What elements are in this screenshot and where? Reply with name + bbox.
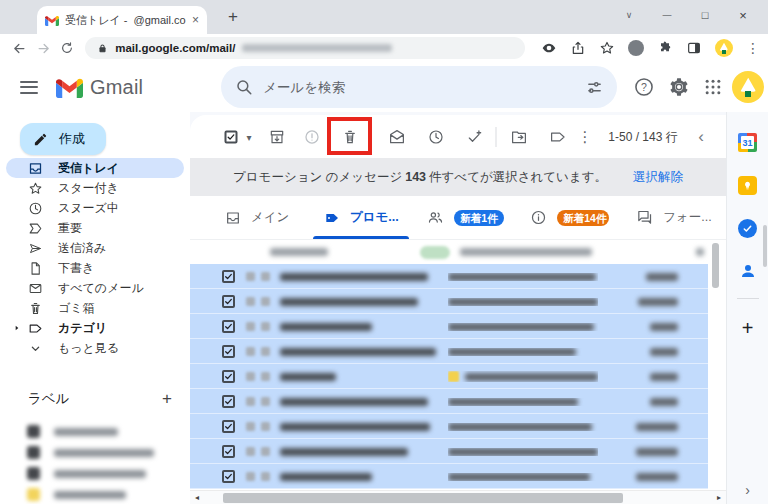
select-all-checkbox[interactable] (225, 130, 238, 143)
clock-icon (28, 201, 43, 216)
browser-tab[interactable]: 受信トレイ - @gmail.com × (37, 6, 207, 34)
row-checkbox[interactable] (222, 295, 235, 308)
tab-forums[interactable]: フォー... (622, 196, 726, 239)
tab-promotions[interactable]: プロモ... (309, 196, 413, 239)
label-item[interactable] (0, 463, 190, 484)
email-row[interactable] (190, 264, 708, 289)
mark-unread-button[interactable] (389, 128, 406, 145)
sidebar-item-drafts[interactable]: 下書き (0, 258, 182, 278)
blurred-ad-sender (270, 248, 328, 256)
browser-menu-icon[interactable]: ⋮ (746, 40, 760, 56)
labels-button[interactable] (550, 128, 567, 145)
clear-selection-link[interactable]: 選択解除 (633, 169, 683, 186)
horizontal-scrollbar[interactable]: ◂ ▸ (190, 490, 726, 504)
add-label-button[interactable]: + (162, 389, 172, 409)
search-options-icon[interactable] (586, 79, 603, 96)
sidebar-item-starred[interactable]: スター付き (0, 178, 182, 198)
new-tab-button[interactable]: + (221, 5, 245, 29)
vertical-scrollbar-thumb[interactable] (712, 243, 719, 288)
collapse-panel-icon[interactable]: › (745, 482, 750, 498)
row-checkbox[interactable] (222, 420, 235, 433)
sidebar-item-snoozed[interactable]: スヌーズ中 (0, 198, 182, 218)
row-checkbox[interactable] (222, 470, 235, 483)
search-input[interactable] (263, 80, 576, 95)
address-bar[interactable]: mail.google.com/mail/ (85, 37, 525, 59)
email-row[interactable] (190, 439, 708, 464)
row-checkbox[interactable] (222, 370, 235, 383)
page-scrollbar-thumb[interactable] (763, 225, 767, 267)
sidebar-item-categories[interactable]: カテゴリ (0, 318, 182, 338)
chevron-right-icon[interactable] (13, 324, 21, 332)
email-row[interactable] (190, 389, 708, 414)
tab-close-icon[interactable]: × (192, 13, 199, 27)
sidebar-item-more[interactable]: もっと見る (0, 338, 182, 358)
row-checkbox[interactable] (222, 345, 235, 358)
row-checkbox[interactable] (222, 445, 235, 458)
extensions-puzzle-icon[interactable] (657, 40, 673, 56)
archive-button[interactable] (269, 128, 286, 145)
contacts-icon[interactable] (739, 262, 757, 280)
share-icon[interactable] (570, 40, 586, 56)
sidebar-item-sent[interactable]: 送信済み (0, 238, 182, 258)
tab-updates[interactable]: 新着14件 (518, 196, 622, 239)
email-row[interactable] (190, 364, 708, 389)
sidebar-item-all-mail[interactable]: すべてのメール (0, 278, 182, 298)
report-spam-button[interactable] (304, 128, 321, 145)
delete-button[interactable] (342, 128, 359, 145)
window-close-icon[interactable]: × (724, 8, 762, 23)
extension-icon[interactable] (628, 40, 644, 56)
eye-icon[interactable] (541, 40, 557, 56)
window-maximize-icon[interactable]: □ (686, 9, 724, 21)
prev-page-icon[interactable]: ‹ (698, 127, 704, 147)
reload-button[interactable] (56, 41, 80, 55)
label-item[interactable] (0, 484, 190, 504)
apps-grid-icon[interactable] (703, 77, 723, 97)
email-row[interactable] (190, 289, 708, 314)
gmail-logo-text: Gmail (90, 76, 143, 99)
compose-button[interactable]: 作成 (20, 123, 106, 155)
get-addons-button[interactable]: + (742, 317, 754, 340)
scroll-left-arrow[interactable]: ◂ (190, 493, 204, 502)
gmail-logo[interactable]: Gmail (56, 76, 143, 99)
add-to-tasks-button[interactable] (467, 128, 484, 145)
label-item[interactable] (0, 421, 190, 442)
select-dropdown-icon[interactable]: ▾ (246, 131, 251, 142)
trash-icon (28, 301, 43, 316)
search-bar[interactable] (221, 66, 617, 108)
search-icon[interactable] (235, 78, 253, 96)
main-menu-icon[interactable] (20, 77, 38, 97)
horizontal-scrollbar-thumb[interactable] (223, 493, 623, 503)
help-icon[interactable]: ? (633, 76, 655, 98)
account-avatar[interactable] (732, 71, 764, 103)
sidebar-item-inbox[interactable]: 受信トレイ (6, 158, 184, 178)
sidebar-item-trash[interactable]: ゴミ箱 (0, 298, 182, 318)
bookmark-star-icon[interactable] (599, 40, 615, 56)
move-to-button[interactable] (511, 128, 528, 145)
sidebar-item-important[interactable]: 重要 (0, 218, 182, 238)
window-menu-icon[interactable]: ∨ (610, 10, 648, 20)
keep-icon[interactable] (738, 176, 757, 195)
back-button[interactable] (8, 41, 32, 56)
row-checkbox[interactable] (222, 395, 235, 408)
tab-social[interactable]: 新着1件 (413, 196, 517, 239)
ad-row[interactable] (190, 240, 726, 264)
forward-button[interactable] (32, 41, 56, 56)
more-options-icon[interactable]: ⋮ (578, 128, 593, 146)
calendar-icon[interactable]: 31 (738, 133, 757, 152)
label-item[interactable] (0, 442, 190, 463)
email-row[interactable] (190, 414, 708, 439)
tasks-icon[interactable] (738, 219, 757, 238)
tab-main[interactable]: メイン (205, 196, 309, 239)
email-row[interactable] (190, 314, 708, 339)
snooze-button[interactable] (428, 128, 445, 145)
side-panel-icon[interactable] (686, 40, 702, 56)
window-minimize-icon[interactable]: — (648, 10, 686, 20)
email-row[interactable] (190, 339, 708, 364)
url-text: mail.google.com/mail/ (115, 42, 235, 54)
settings-gear-icon[interactable] (668, 76, 690, 98)
browser-profile-avatar[interactable] (715, 39, 733, 57)
row-checkbox[interactable] (222, 270, 235, 283)
row-checkbox[interactable] (222, 320, 235, 333)
email-row[interactable] (190, 464, 708, 489)
scroll-right-arrow[interactable]: ▸ (712, 493, 726, 502)
